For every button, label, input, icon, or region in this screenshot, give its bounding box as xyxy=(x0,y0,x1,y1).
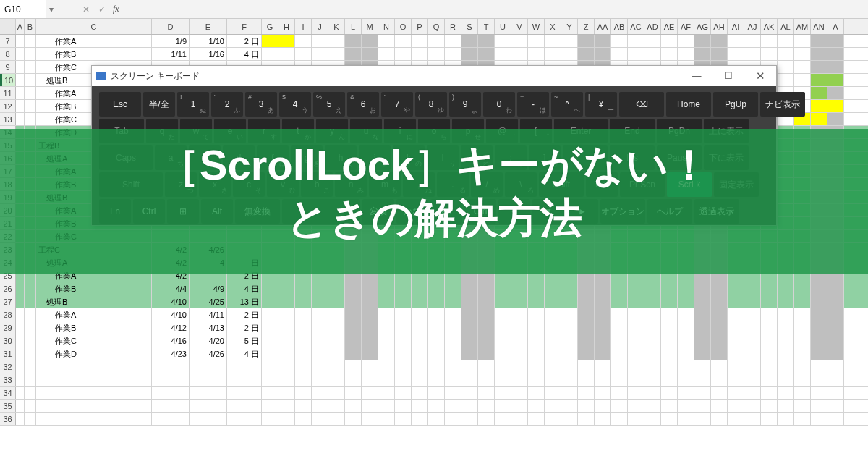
table-row[interactable]: 35 xyxy=(0,400,868,413)
column-header[interactable]: AE xyxy=(661,19,678,34)
row-header[interactable]: 9 xyxy=(0,61,16,73)
table-row[interactable]: 30作業C4/164/205 日 xyxy=(0,334,868,347)
column-header[interactable]: AL xyxy=(778,19,794,34)
column-header[interactable]: B xyxy=(25,19,36,34)
key-7[interactable]: '7や xyxy=(381,92,413,117)
table-row[interactable]: 28作業A4/104/112 日 xyxy=(0,308,868,321)
column-header[interactable]: N xyxy=(378,19,395,34)
row-header[interactable]: 34 xyxy=(0,387,16,399)
task-name-cell[interactable]: 作業A xyxy=(36,308,152,321)
column-header[interactable]: D xyxy=(152,19,190,34)
column-header[interactable]: R xyxy=(445,19,461,34)
osk-titlebar[interactable]: スクリーン キーボード — ☐ ✕ xyxy=(92,66,776,86)
key-1[interactable]: !1ぬ xyxy=(177,92,209,117)
key-home[interactable]: Home xyxy=(666,92,711,117)
column-header[interactable]: V xyxy=(511,19,528,34)
row-header[interactable]: 27 xyxy=(0,295,16,308)
column-header[interactable]: AH xyxy=(711,19,728,34)
column-header[interactable]: A xyxy=(16,19,25,34)
task-name-cell[interactable] xyxy=(36,387,152,399)
table-row[interactable]: 31作業D4/234/264 日 xyxy=(0,347,868,360)
column-header[interactable]: AB xyxy=(611,19,628,34)
column-header[interactable]: W xyxy=(528,19,545,34)
column-header[interactable]: M xyxy=(362,19,378,34)
task-name-cell[interactable]: 作業D xyxy=(36,347,152,360)
column-header[interactable]: U xyxy=(495,19,511,34)
column-header[interactable]: E xyxy=(190,19,227,34)
table-row[interactable]: 7作業A1/91/102 日 xyxy=(0,35,868,48)
key-esc[interactable]: Esc xyxy=(99,92,141,117)
key--[interactable]: =-ほ xyxy=(517,92,549,117)
task-name-cell[interactable]: 作業B xyxy=(36,48,152,60)
column-header[interactable]: AG xyxy=(694,19,711,34)
column-header[interactable]: H xyxy=(278,19,295,34)
row-header[interactable]: 11 xyxy=(0,87,16,99)
column-header[interactable]: AI xyxy=(728,19,744,34)
key-8[interactable]: (8ゆ xyxy=(415,92,447,117)
key-0[interactable]: 0わ xyxy=(483,92,515,117)
column-header[interactable]: Z xyxy=(578,19,595,34)
row-header[interactable]: 35 xyxy=(0,400,16,412)
column-header[interactable]: AA xyxy=(595,19,611,34)
task-name-cell[interactable]: 作業B xyxy=(36,321,152,334)
column-header[interactable]: I xyxy=(295,19,312,34)
column-header[interactable]: Y xyxy=(561,19,578,34)
select-all-corner[interactable] xyxy=(0,19,16,34)
key-9[interactable]: )9よ xyxy=(449,92,481,117)
name-box-dropdown-icon[interactable]: ▾ xyxy=(46,4,56,14)
column-header[interactable]: T xyxy=(478,19,495,34)
column-header[interactable]: S xyxy=(461,19,478,34)
column-header[interactable]: P xyxy=(412,19,428,34)
maximize-button[interactable]: ☐ xyxy=(712,66,744,86)
key-nav[interactable]: ナビ表示 xyxy=(760,92,805,117)
task-name-cell[interactable]: 作業C xyxy=(36,334,152,347)
table-row[interactable]: 27処理B4/104/2513 日 xyxy=(0,295,868,308)
key-pgup[interactable]: PgUp xyxy=(713,92,758,117)
close-button[interactable]: ✕ xyxy=(744,66,776,86)
column-header[interactable]: X xyxy=(545,19,561,34)
table-row[interactable]: 36 xyxy=(0,413,868,426)
column-header[interactable]: F xyxy=(227,19,262,34)
column-header[interactable]: AK xyxy=(761,19,778,34)
task-name-cell[interactable] xyxy=(36,413,152,425)
row-header[interactable]: 30 xyxy=(0,334,16,347)
row-header[interactable]: 28 xyxy=(0,308,16,321)
task-name-cell[interactable]: 作業A xyxy=(36,35,152,47)
table-row[interactable]: 32 xyxy=(0,360,868,373)
row-header[interactable]: 26 xyxy=(0,282,16,295)
minimize-button[interactable]: — xyxy=(681,66,712,86)
key-backspace[interactable]: ⌫ xyxy=(619,92,664,117)
task-name-cell[interactable] xyxy=(36,373,152,386)
key-hankaku[interactable]: 半/全 xyxy=(143,92,175,117)
key-^[interactable]: ~^へ xyxy=(551,92,583,117)
row-header[interactable]: 29 xyxy=(0,321,16,334)
column-header[interactable]: AD xyxy=(644,19,661,34)
key-6[interactable]: &6お xyxy=(347,92,379,117)
column-header[interactable]: L xyxy=(345,19,362,34)
task-name-cell[interactable] xyxy=(36,400,152,412)
row-header[interactable]: 8 xyxy=(0,48,16,60)
task-name-cell[interactable]: 作業B xyxy=(36,282,152,295)
column-header[interactable]: AN xyxy=(811,19,827,34)
column-header[interactable]: AC xyxy=(628,19,644,34)
table-row[interactable]: 34 xyxy=(0,387,868,400)
key-3[interactable]: #3あ xyxy=(245,92,277,117)
row-header[interactable]: 36 xyxy=(0,413,16,425)
column-header[interactable]: J xyxy=(312,19,328,34)
key-2[interactable]: "2ふ xyxy=(211,92,243,117)
task-name-cell[interactable]: 処理B xyxy=(36,295,152,308)
name-box[interactable]: G10 xyxy=(0,0,46,18)
row-header[interactable]: 13 xyxy=(0,113,16,125)
column-header[interactable]: Q xyxy=(428,19,445,34)
table-row[interactable]: 26作業B4/44/94 日 xyxy=(0,282,868,295)
table-row[interactable]: 8作業B1/111/164 日 xyxy=(0,48,868,61)
task-name-cell[interactable] xyxy=(36,360,152,373)
row-header[interactable]: 10 xyxy=(0,74,16,86)
column-header[interactable]: A xyxy=(827,19,844,34)
column-header[interactable]: O xyxy=(395,19,412,34)
column-header[interactable]: G xyxy=(262,19,278,34)
table-row[interactable]: 29作業B4/124/132 日 xyxy=(0,321,868,334)
cancel-icon[interactable]: ✕ xyxy=(78,4,94,14)
row-header[interactable]: 33 xyxy=(0,373,16,386)
column-header[interactable]: C xyxy=(36,19,152,34)
